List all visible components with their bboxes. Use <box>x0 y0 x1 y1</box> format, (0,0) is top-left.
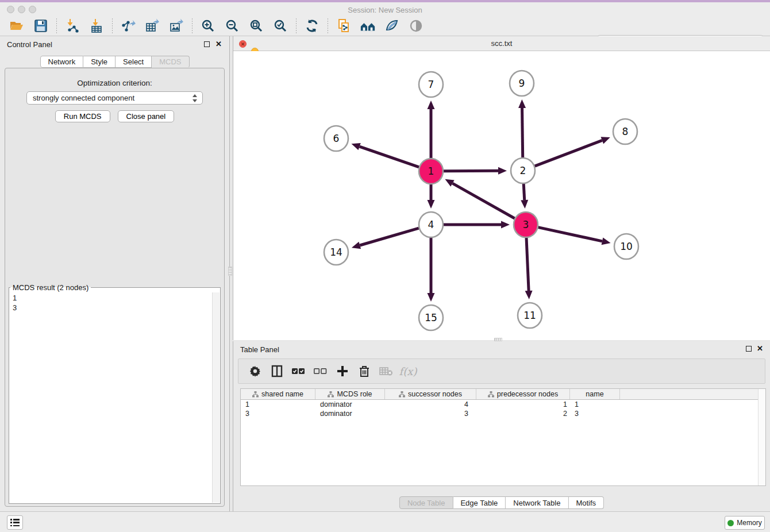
graph-node-4[interactable]: 4 <box>419 212 443 237</box>
float-panel-icon[interactable] <box>204 41 210 47</box>
column-header-name[interactable]: name <box>570 389 620 399</box>
first-neighbors-icon[interactable] <box>360 18 376 34</box>
memory-button[interactable]: Memory <box>725 516 765 530</box>
control-panel-tabs: NetworkStyleSelectMCDS <box>40 56 189 68</box>
zoom-selected-icon[interactable] <box>272 18 288 34</box>
add-column-icon[interactable] <box>334 363 351 380</box>
tab-motifs[interactable]: Motifs <box>568 496 604 509</box>
float-table-panel-icon[interactable] <box>746 346 752 352</box>
edge-2-9[interactable] <box>522 108 523 158</box>
status-bar: Memory <box>0 511 770 532</box>
save-session-icon[interactable] <box>33 18 49 34</box>
network-canvas[interactable]: 7968124314101511 <box>233 51 770 340</box>
graphics-details-icon[interactable] <box>384 18 400 34</box>
vertical-splitter-grip[interactable] <box>228 267 232 276</box>
table-cell[interactable]: dominator <box>315 409 385 418</box>
close-panel-icon[interactable]: ✕ <box>215 40 222 49</box>
zoom-in-icon[interactable] <box>200 18 216 34</box>
table-settings-icon[interactable] <box>247 363 264 380</box>
task-history-button[interactable] <box>7 515 23 530</box>
node-label: 6 <box>333 133 340 144</box>
tab-style[interactable]: Style <box>83 56 116 68</box>
function-builder-disabled-icon: f(x) <box>399 363 417 380</box>
graph-node-10[interactable]: 10 <box>614 234 638 259</box>
edge-3-1[interactable] <box>452 183 514 218</box>
table-row[interactable]: 1dominator411 <box>241 400 765 409</box>
edge-3-11[interactable] <box>526 237 529 291</box>
column-header-MCDS-role[interactable]: MCDS role <box>315 389 385 399</box>
delete-table-disabled-icon <box>378 363 395 380</box>
tab-node-table[interactable]: Node Table <box>399 496 453 509</box>
unselect-all-columns-icon[interactable] <box>312 363 329 380</box>
export-network-icon[interactable] <box>120 18 136 34</box>
table-cell[interactable]: 1 <box>241 400 315 409</box>
edge-1-6[interactable] <box>360 147 419 167</box>
node-label: 8 <box>622 126 629 137</box>
column-header-filler <box>620 389 765 399</box>
run-mcds-button[interactable]: Run MCDS <box>55 110 110 122</box>
network-view-window: ✕ − + scc.txt 7968124314101511 <box>233 36 770 340</box>
edge-arrowhead <box>498 167 507 175</box>
graph-node-15[interactable]: 15 <box>419 305 443 330</box>
clone-network-icon[interactable] <box>336 18 352 34</box>
open-file-icon[interactable] <box>9 18 25 34</box>
table-scrollbar[interactable] <box>758 389 765 485</box>
update-view-icon[interactable] <box>304 18 320 34</box>
edge-2-3[interactable] <box>523 183 525 200</box>
node-label: 15 <box>425 312 437 323</box>
table-cell[interactable]: 3 <box>570 409 620 418</box>
optimization-criterion-value: strongly connected component <box>33 94 134 102</box>
edge-3-10[interactable] <box>538 228 602 241</box>
table-cell[interactable]: 2 <box>476 409 570 418</box>
column-header-shared-name[interactable]: shared name <box>241 389 315 399</box>
edge-arrowhead <box>601 137 610 144</box>
zoom-out-icon[interactable] <box>224 18 240 34</box>
import-network-icon[interactable] <box>64 18 80 34</box>
tab-edge-table[interactable]: Edge Table <box>453 496 506 509</box>
optimization-criterion-select[interactable]: strongly connected component <box>26 91 203 105</box>
table-cell[interactable]: 4 <box>385 400 476 409</box>
delete-columns-icon[interactable] <box>356 363 373 380</box>
result-scrollbar[interactable] <box>212 292 220 503</box>
tab-select[interactable]: Select <box>116 56 152 68</box>
table-cell[interactable]: 1 <box>476 400 570 409</box>
column-header-successor-nodes[interactable]: successor nodes <box>385 389 476 399</box>
close-panel-button[interactable]: Close panel <box>118 110 175 122</box>
hierarchy-icon <box>399 391 405 398</box>
graph-node-1[interactable]: 1 <box>419 159 443 184</box>
table-cell[interactable]: 3 <box>241 409 315 418</box>
zoom-fit-icon[interactable] <box>248 18 264 34</box>
node-label: 9 <box>519 78 525 89</box>
edge-arrowhead <box>518 99 526 108</box>
edge-1-2[interactable] <box>444 171 498 171</box>
table-row[interactable]: 3dominator323 <box>241 409 765 418</box>
table-cell[interactable]: dominator <box>315 400 385 409</box>
show-columns-icon[interactable] <box>268 363 286 380</box>
tab-mcds[interactable]: MCDS <box>152 56 189 68</box>
export-table-icon[interactable] <box>144 18 160 34</box>
select-all-columns-icon[interactable] <box>290 363 307 380</box>
select-stepper-icon <box>192 94 198 103</box>
tab-network-table[interactable]: Network Table <box>506 496 568 509</box>
graph-node-3[interactable]: 3 <box>514 212 538 237</box>
import-table-icon[interactable] <box>88 18 105 34</box>
export-image-icon[interactable] <box>168 18 184 34</box>
graph-node-11[interactable]: 11 <box>518 303 542 328</box>
edge-arrowhead <box>428 200 435 209</box>
graph-node-8[interactable]: 8 <box>613 119 637 144</box>
graph-node-7[interactable]: 7 <box>419 72 443 97</box>
graph-node-9[interactable]: 9 <box>510 71 534 96</box>
graph-node-14[interactable]: 14 <box>324 240 348 265</box>
tab-network[interactable]: Network <box>40 56 83 68</box>
column-header-predecessor-nodes[interactable]: predecessor nodes <box>476 389 570 399</box>
edge-2-8[interactable] <box>535 140 602 166</box>
edge-4-14[interactable] <box>360 228 419 245</box>
network-graph[interactable]: 7968124314101511 <box>233 51 770 340</box>
table-cell[interactable]: 3 <box>385 409 476 418</box>
table-cell[interactable]: 1 <box>570 400 620 409</box>
edge-arrowhead <box>428 293 435 302</box>
graph-node-6[interactable]: 6 <box>324 126 348 151</box>
table-panel-header: Table Panel ✕ <box>233 341 770 357</box>
graph-node-2[interactable]: 2 <box>511 158 535 183</box>
close-table-panel-icon[interactable]: ✕ <box>757 344 763 353</box>
